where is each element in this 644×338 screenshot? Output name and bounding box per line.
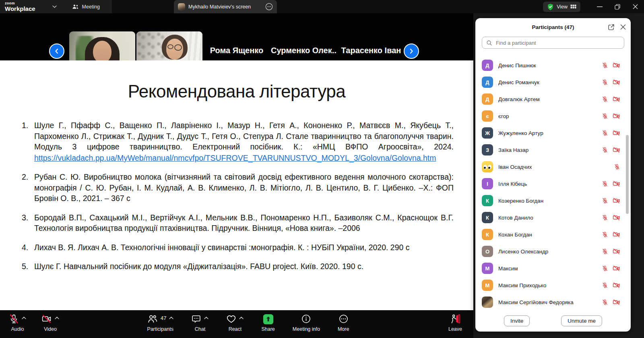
avatar-initial: К bbox=[486, 198, 489, 204]
video-off-icon bbox=[613, 282, 620, 288]
participant-row[interactable]: Д Довгалюк Артем bbox=[475, 91, 631, 108]
leave-label: Leave bbox=[448, 326, 462, 332]
participant-avatar: І bbox=[482, 178, 493, 189]
chevron-up-icon[interactable] bbox=[239, 317, 244, 319]
muted-mic-icon bbox=[602, 79, 608, 85]
participant-name: Козеренко Богдан bbox=[498, 198, 543, 204]
leave-button[interactable]: Leave bbox=[448, 310, 462, 332]
invite-button[interactable]: Invite bbox=[504, 315, 530, 326]
reference-text: Шулє Г. Навчальний посібник до модуля «Д… bbox=[34, 262, 363, 271]
participant-name: Максим Сергійович Федоряка bbox=[498, 299, 574, 305]
meeting-info-label: Meeting info bbox=[293, 326, 320, 332]
reference-item: Рубан С. Ю. Виробництво молока (вітчизня… bbox=[34, 172, 454, 204]
react-label: React bbox=[229, 326, 242, 332]
participants-button[interactable]: 47 Participants bbox=[147, 310, 173, 332]
more-button[interactable]: More bbox=[338, 310, 349, 332]
titlebar-left-block: zoom Workplace Meeting bbox=[0, 0, 112, 13]
meeting-info-button[interactable]: Meeting info bbox=[293, 310, 320, 332]
participant-row[interactable]: є єгор bbox=[475, 108, 631, 124]
participant-status-icons bbox=[602, 180, 620, 187]
chevron-up-icon[interactable] bbox=[55, 317, 59, 319]
participant-row[interactable]: І Ілля Кібець bbox=[475, 175, 631, 192]
participant-row[interactable]: Максим Сергійович Федоряка bbox=[475, 294, 631, 311]
participant-avatar: Д bbox=[482, 77, 493, 88]
participant-status-icons bbox=[602, 214, 620, 221]
reference-list: Шуле Г., Пфафф С., Ващенко П., Лавріненк… bbox=[34, 120, 454, 272]
video-off-icon bbox=[613, 265, 620, 272]
participant-status-icons bbox=[602, 265, 620, 272]
avatar-initial: Д bbox=[485, 79, 489, 85]
participant-status-icons bbox=[602, 299, 620, 305]
participant-row[interactable]: К Кохан Богдан bbox=[475, 226, 631, 243]
tab-meeting[interactable]: Meeting bbox=[72, 4, 100, 10]
chevron-up-icon[interactable] bbox=[169, 317, 173, 319]
participant-row[interactable]: К Котов Данило bbox=[475, 209, 631, 226]
participant-status-icons bbox=[602, 113, 620, 119]
avatar bbox=[178, 3, 185, 10]
pop-out-button[interactable] bbox=[608, 24, 615, 31]
participant-row[interactable]: З Заїка Назар bbox=[475, 141, 631, 158]
participant-name: Максим bbox=[498, 265, 518, 272]
restore-button[interactable] bbox=[609, 0, 626, 13]
reference-item: Бородай В.П., Сахацький М.І., Вертійчук … bbox=[34, 212, 454, 234]
video-off-icon bbox=[613, 147, 620, 153]
participant-row[interactable]: Д Денис Пишнюк bbox=[475, 57, 631, 74]
filmstrip-prev-button[interactable] bbox=[49, 44, 64, 59]
participant-avatar: К bbox=[482, 195, 493, 206]
participant-row[interactable]: Іван Осадчих bbox=[475, 158, 631, 175]
share-label: Share bbox=[261, 326, 275, 332]
participant-avatar: Д bbox=[482, 93, 493, 105]
avatar-initial: Д bbox=[485, 62, 489, 68]
video-button[interactable]: Video bbox=[41, 310, 59, 332]
toolbar-left-group: Audio Video bbox=[9, 310, 59, 332]
search-input[interactable] bbox=[495, 39, 620, 46]
muted-mic-icon bbox=[9, 314, 19, 324]
tab-options-ellipsis-button[interactable] bbox=[265, 3, 273, 10]
minimize-button[interactable] bbox=[591, 0, 609, 13]
avatar-initial: Ж bbox=[485, 130, 490, 136]
participant-row[interactable]: М Максим Приходько bbox=[475, 277, 631, 294]
chat-button[interactable]: Chat bbox=[191, 310, 208, 332]
participant-row[interactable]: Д Денис Романчук bbox=[475, 74, 631, 91]
participant-row[interactable]: Ж Жужуленко Артур bbox=[475, 124, 631, 141]
close-button[interactable] bbox=[626, 0, 644, 13]
muted-mic-icon bbox=[602, 231, 608, 238]
reference-text: Бородай В.П., Сахацький М.І., Вертійчук … bbox=[34, 213, 454, 233]
avatar-initial: І bbox=[487, 181, 488, 187]
search-icon bbox=[486, 40, 492, 46]
workspace-chevron-button[interactable] bbox=[52, 5, 57, 8]
avatar-initial: Д bbox=[485, 96, 489, 102]
participant-row[interactable]: К Козеренко Богдан bbox=[475, 192, 631, 209]
participant-row[interactable]: М Максим bbox=[475, 260, 631, 277]
participants-panel-title: Participants (47) bbox=[532, 24, 574, 30]
tab-shared-screen[interactable]: Mykhailo Matvieiev's screen bbox=[174, 0, 277, 13]
chevron-up-icon[interactable] bbox=[204, 317, 208, 319]
participant-name: Іван Осадчих bbox=[498, 164, 532, 170]
view-button[interactable]: View bbox=[543, 2, 580, 12]
video-off-icon bbox=[41, 314, 52, 324]
video-off-icon bbox=[613, 96, 620, 102]
filmstrip-next-button[interactable] bbox=[404, 44, 419, 59]
participant-name: Жужуленко Артур bbox=[498, 130, 543, 136]
reference-link[interactable]: https://vukladach.pp.ua/MyWeb/manual/nmc… bbox=[34, 153, 436, 164]
participant-status-icons bbox=[602, 96, 620, 102]
participant-name: Максим Приходько bbox=[498, 282, 546, 288]
unmute-me-button[interactable]: Unmute me bbox=[561, 315, 602, 326]
video-off-icon bbox=[613, 180, 620, 187]
muted-mic-icon bbox=[602, 214, 608, 221]
participant-row[interactable]: О Лисенко Олександр bbox=[475, 243, 631, 260]
chevron-up-icon[interactable] bbox=[22, 317, 26, 319]
participant-status-icons bbox=[602, 248, 620, 255]
audio-button[interactable]: Audio bbox=[9, 310, 26, 332]
participant-avatar: К bbox=[482, 229, 493, 240]
react-button[interactable]: React bbox=[226, 310, 244, 332]
participant-avatar bbox=[482, 297, 493, 308]
video-off-icon bbox=[613, 214, 620, 221]
share-screen-icon bbox=[263, 314, 274, 325]
close-panel-button[interactable] bbox=[620, 24, 626, 30]
participant-avatar: М bbox=[482, 280, 493, 291]
participant-status-icons bbox=[602, 197, 620, 204]
scrollbar-thumb[interactable] bbox=[626, 135, 629, 214]
participant-avatar: З bbox=[482, 144, 493, 156]
share-button[interactable]: Share bbox=[261, 310, 275, 332]
